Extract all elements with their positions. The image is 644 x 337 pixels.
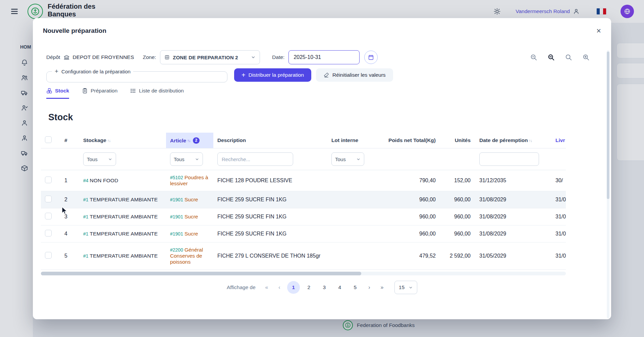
column-poids: Poids net Total(Kg)	[373, 133, 440, 148]
article-cell: #5102Poudres à lessiver	[166, 170, 213, 191]
column-livraison[interactable]: Livr	[551, 133, 566, 148]
zoom-in-icon[interactable]	[582, 54, 590, 61]
poids-cell: 960,00	[373, 208, 440, 225]
row-checkbox[interactable]	[45, 230, 52, 237]
chevron-down-icon	[356, 157, 361, 161]
table-row[interactable]: 5 #1TEMPERATURE AMBIANTE #2200Général Co…	[41, 243, 566, 270]
zone-label: Zone:	[143, 54, 156, 60]
stockage-cell: #4NON FOOD	[79, 170, 166, 191]
calendar-button[interactable]	[364, 51, 378, 64]
table-row[interactable]: 3 #1TEMPERATURE AMBIANTE #1901Sucre FICH…	[41, 208, 566, 225]
livraison-cell: 31/0	[551, 225, 566, 243]
column-article[interactable]: Article↑↓2	[166, 133, 213, 148]
table-row[interactable]: 4 #1TEMPERATURE AMBIANTE #1901Sucre FICH…	[41, 225, 566, 243]
column-stockage[interactable]: Stockage↑↓	[79, 133, 166, 148]
vertical-scrollbar-thumb[interactable]	[607, 52, 609, 199]
peremption-cell: 31/05/2029	[475, 243, 551, 270]
livraison-cell: 30/	[551, 170, 566, 191]
new-preparation-modal: Nouvelle préparation × Dépôt DEPOT DE FR…	[33, 18, 611, 319]
zone-select[interactable]: ZONE DE PREPARATION 2	[160, 50, 260, 64]
page-button-4[interactable]: 4	[333, 281, 346, 294]
livraison-cell: 31/0	[551, 208, 566, 225]
description-cell: FICHE 259 SUCRE FIN 1KG	[213, 208, 327, 225]
article-filter-select[interactable]: Tous	[170, 152, 203, 166]
configuration-label: Configuration de la préparation	[61, 69, 130, 74]
unites-cell: 960,00	[440, 191, 475, 208]
distribute-button[interactable]: + Distribuer la préparation	[234, 68, 311, 82]
peremption-filter-input[interactable]	[479, 152, 539, 166]
stockage-cell: #1TEMPERATURE AMBIANTE	[79, 208, 166, 225]
table-row[interactable]: 2 #1TEMPERATURE AMBIANTE #1901Sucre FICH…	[41, 191, 566, 208]
vertical-scrollbar[interactable]	[607, 50, 609, 318]
stockage-cell: #1TEMPERATURE AMBIANTE	[79, 191, 166, 208]
zone-selected-value: ZONE DE PREPARATION 2	[173, 55, 238, 60]
article-cell: #1901Sucre	[166, 208, 213, 225]
zone-icon	[164, 55, 170, 60]
lot-filter-select[interactable]: Tous	[331, 152, 364, 166]
page-button-3[interactable]: 3	[318, 281, 331, 294]
poids-cell: 790,40	[373, 170, 440, 191]
page-button-5[interactable]: 5	[349, 281, 362, 294]
date-label: Date:	[272, 54, 284, 60]
tab-stock[interactable]: Stock	[46, 88, 69, 99]
chevron-down-icon	[195, 157, 199, 161]
last-page-button[interactable]: »	[377, 281, 387, 294]
date-input[interactable]	[288, 50, 360, 64]
livraison-cell: 31/0	[551, 243, 566, 270]
horizontal-scrollbar-thumb[interactable]	[41, 272, 361, 275]
horizontal-scrollbar[interactable]	[41, 272, 566, 275]
description-cell: FICHE 279 L CONSERVE DE THON 185gr	[213, 243, 327, 270]
page-size-select[interactable]: 15	[394, 281, 417, 294]
sort-icon: ↑↓	[529, 139, 532, 143]
page-button-1[interactable]: 1	[287, 281, 300, 294]
stockage-filter-select[interactable]: Tous	[83, 152, 116, 166]
clipboard-icon	[82, 88, 88, 94]
chevron-down-icon	[108, 157, 112, 161]
chevron-down-icon	[409, 285, 413, 290]
stockage-cell: #1TEMPERATURE AMBIANTE	[79, 225, 166, 243]
next-page-button[interactable]: ›	[364, 281, 374, 294]
tab-preparation[interactable]: Préparation	[82, 88, 117, 99]
column-num: #	[60, 133, 79, 148]
article-cell: #1901Sucre	[166, 191, 213, 208]
previous-page-button[interactable]: ‹	[274, 281, 284, 294]
calendar-icon	[368, 54, 374, 60]
modal-title: Nouvelle préparation	[43, 27, 106, 35]
table-row[interactable]: 1 #4NON FOOD #5102Poudres à lessiver FIC…	[41, 170, 566, 191]
select-all-checkbox[interactable]	[45, 136, 52, 143]
column-description: Description	[213, 133, 327, 148]
tab-liste-distribution[interactable]: Liste de distribution	[130, 88, 184, 99]
zoom-out-icon[interactable]	[530, 54, 537, 61]
zoom-out-icon-active[interactable]	[547, 54, 555, 61]
modal-header: Nouvelle préparation ×	[33, 18, 611, 35]
row-number: 3	[60, 208, 79, 225]
description-cell: FICHE 259 SUCRE FIN 1KG	[213, 191, 327, 208]
description-cell: FICHE 259 SUCRE FIN 1KG	[213, 225, 327, 243]
column-peremption[interactable]: Date de péremption↑↓	[475, 133, 551, 148]
reset-button[interactable]: Réinitialiser les valeurs	[316, 68, 393, 82]
poids-cell: 960,00	[373, 225, 440, 243]
row-checkbox[interactable]	[45, 196, 52, 202]
first-page-button[interactable]: «	[262, 281, 272, 294]
eraser-icon	[323, 72, 329, 78]
row-number: 5	[60, 243, 79, 270]
zoom-controls	[530, 54, 598, 61]
row-number: 4	[60, 225, 79, 243]
unites-cell: 960,00	[440, 225, 475, 243]
row-checkbox[interactable]	[45, 252, 52, 259]
page-button-2[interactable]: 2	[303, 281, 315, 294]
unites-cell: 152,00	[440, 170, 475, 191]
list-icon	[130, 88, 136, 94]
row-checkbox[interactable]	[45, 177, 52, 183]
configuration-panel[interactable]: + Configuration de la préparation	[46, 68, 227, 82]
peremption-cell: 31/12/2035	[475, 170, 551, 191]
sort-icon: ↑↓	[187, 139, 191, 143]
search-icon[interactable]	[565, 54, 572, 61]
article-cell: #1901Sucre	[166, 225, 213, 243]
close-button[interactable]: ×	[596, 27, 601, 35]
depot-value: DEPOT DE FROYENNES	[72, 54, 134, 60]
row-checkbox[interactable]	[45, 213, 52, 219]
description-search-input[interactable]	[217, 152, 293, 166]
row-number: 1	[60, 170, 79, 191]
stock-heading: Stock	[48, 112, 611, 123]
